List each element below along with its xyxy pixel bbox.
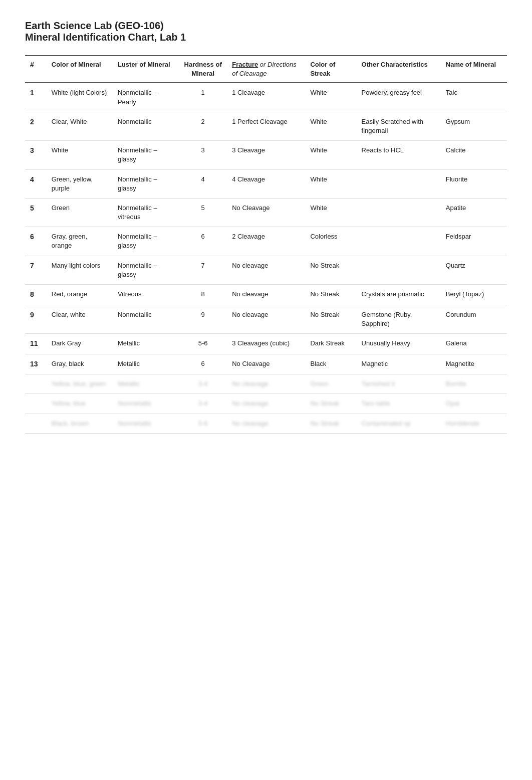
cell-7-1: Red, orange [47,285,113,305]
cell-7-7: Beryl (Topaz) [441,285,507,305]
cell-7-4: No cleavage [227,285,305,305]
cell-7-6: Crystals are prismatic [357,285,441,305]
cell-10-3: 6 [179,354,227,374]
cell-13-1: Black, brown [47,414,113,433]
cell-0-2: Nonmetallic – Pearly [113,83,179,112]
cell-3-4: 4 Cleavage [227,169,305,198]
cell-4-0: 5 [25,198,47,227]
cell-0-0: 1 [25,83,47,112]
cell-7-5: No Streak [305,285,356,305]
cell-3-0: 4 [25,169,47,198]
cell-1-1: Clear, White [47,112,113,140]
cell-7-2: Vitreous [113,285,179,305]
table-row: 11Dark GrayMetallic5-63 Cleavages (cubic… [25,333,507,354]
cell-4-1: Green [47,198,113,227]
table-row: 5GreenNonmetallic – vitreous5No Cleavage… [25,198,507,227]
cell-7-0: 8 [25,285,47,305]
table-row: 4Green, yellow, purpleNonmetallic – glas… [25,169,507,198]
cell-11-5: Green [305,374,356,394]
cell-9-7: Galena [441,333,507,354]
cell-2-2: Nonmetallic – glassy [113,141,179,169]
cell-10-6: Magnetic [357,354,441,374]
cell-0-5: White [305,83,356,112]
cell-6-2: Nonmetallic – glassy [113,256,179,284]
cell-1-2: Nonmetallic [113,112,179,140]
cell-0-6: Powdery, greasy feel [357,83,441,112]
col-header-other: Other Characteristics [357,56,441,83]
cell-5-1: Gray, green, orange [47,227,113,256]
cell-10-4: No Cleavage [227,354,305,374]
cell-12-5: No Streak [305,394,356,414]
cell-13-5: No Streak [305,414,356,433]
cell-9-5: Dark Streak [305,333,356,354]
cell-5-2: Nonmetallic – glassy [113,227,179,256]
cell-10-0: 13 [25,354,47,374]
cell-13-3: 5-6 [179,414,227,433]
col-header-luster: Luster of Mineral [113,56,179,83]
cell-1-5: White [305,112,356,140]
cell-1-3: 2 [179,112,227,140]
cell-6-3: 7 [179,256,227,284]
cell-6-6 [357,256,441,284]
cell-1-6: Easily Scratched with fingernail [357,112,441,140]
cell-8-0: 9 [25,305,47,333]
cell-11-1: Yellow, blue, green [47,374,113,394]
cell-3-2: Nonmetallic – glassy [113,169,179,198]
cell-5-4: 2 Cleavage [227,227,305,256]
cell-1-0: 2 [25,112,47,140]
cell-4-5: White [305,198,356,227]
cell-10-2: Metallic [113,354,179,374]
cell-2-5: White [305,141,356,169]
col-header-name: Name of Mineral [441,56,507,83]
cell-0-7: Talc [441,83,507,112]
table-row: 1White (light Colors)Nonmetallic – Pearl… [25,83,507,112]
cell-11-4: No cleavage [227,374,305,394]
table-row: 8Red, orangeVitreous8No cleavageNo Strea… [25,285,507,305]
cell-12-6: Taro table [357,394,441,414]
cell-10-1: Gray, black [47,354,113,374]
cell-11-3: 3-4 [179,374,227,394]
cell-9-1: Dark Gray [47,333,113,354]
cell-6-0: 7 [25,256,47,284]
cell-5-0: 6 [25,227,47,256]
cell-5-3: 6 [179,227,227,256]
cell-2-6: Reacts to HCL [357,141,441,169]
cell-8-4: No cleavage [227,305,305,333]
cell-3-6 [357,169,441,198]
cell-1-4: 1 Perfect Cleavage [227,112,305,140]
table-row: 13Gray, blackMetallic6No CleavageBlackMa… [25,354,507,374]
cell-5-5: Colorless [305,227,356,256]
cell-5-6 [357,227,441,256]
cell-9-4: 3 Cleavages (cubic) [227,333,305,354]
cell-2-3: 3 [179,141,227,169]
cell-7-3: 8 [179,285,227,305]
table-row: 9Clear, whiteNonmetallic9No cleavageNo S… [25,305,507,333]
cell-8-5: No Streak [305,305,356,333]
cell-8-6: Gemstone (Ruby, Sapphire) [357,305,441,333]
cell-13-2: Nonmetallic [113,414,179,433]
col-header-fracture: Fracture or Directions of Cleavage [227,56,305,83]
cell-9-3: 5-6 [179,333,227,354]
cell-12-3: 3-4 [179,394,227,414]
cell-3-5: White [305,169,356,198]
col-header-streak: Color of Streak [305,56,356,83]
table-row: Yellow, blueNonmetallic3-4No cleavageNo … [25,394,507,414]
cell-12-7: Opal [441,394,507,414]
cell-8-3: 9 [179,305,227,333]
table-row: 3WhiteNonmetallic – glassy33 CleavageWhi… [25,141,507,169]
cell-9-2: Metallic [113,333,179,354]
col-header-num: # [25,56,47,83]
table-row: 2Clear, WhiteNonmetallic21 Perfect Cleav… [25,112,507,140]
cell-3-3: 4 [179,169,227,198]
mineral-table: # Color of Mineral Luster of Mineral Har… [25,55,507,434]
cell-8-7: Corundum [441,305,507,333]
cell-12-0 [25,394,47,414]
cell-4-7: Apatite [441,198,507,227]
cell-8-2: Nonmetallic [113,305,179,333]
cell-3-1: Green, yellow, purple [47,169,113,198]
cell-6-4: No cleavage [227,256,305,284]
cell-4-4: No Cleavage [227,198,305,227]
cell-11-2: Metallic [113,374,179,394]
cell-5-7: Feldspar [441,227,507,256]
cell-13-4: No cleavage [227,414,305,433]
